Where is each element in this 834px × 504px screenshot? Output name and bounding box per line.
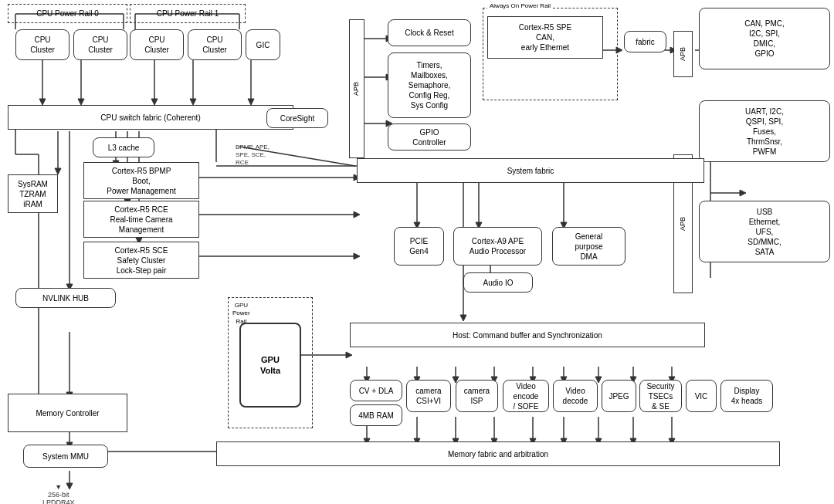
coresight-box: CoreSight [266,108,328,128]
cpu-power-rail-0-label: CPU Power Rail 0 [36,8,99,19]
vic-box: VIC [686,380,717,412]
svg-marker-116 [354,253,360,259]
svg-marker-54 [460,315,466,321]
svg-marker-113 [354,211,360,218]
cpu-cluster-1: CPU Cluster [15,29,70,60]
cortex-a9-box: Cortex-A9 APE Audio Processor [453,227,542,266]
clock-reset-box: Clock & Reset [388,19,471,46]
timers-box: Timers, Mailboxes, Semaphore, Config Reg… [388,52,471,118]
svg-marker-15 [248,99,254,105]
camera-csivi-box: camera CSI+VI [406,380,451,412]
ram-4mb-box: 4MB RAM [350,404,402,426]
system-fabric-box: System fabric [357,158,704,183]
can-pmc-box: CAN, PMC, I2C, SPI, DMIC, GPIO [699,8,830,69]
cpu-power-rail-0-box: CPU Power Rail 0 [8,4,127,23]
camera-isp-box: camera ISP [456,380,498,412]
cpu-cluster-2: CPU Cluster [73,29,127,60]
fabric-small-box: fabric [624,31,666,52]
svg-marker-19 [55,168,61,174]
gpio-controller-box: GPIO Controller [388,123,471,151]
security-tsecs-box: Security TSECs & SE [639,380,682,412]
svg-marker-56 [346,352,352,358]
svg-marker-7 [39,99,46,105]
bpmp-box: Cortex-R5 BPMP Boot, Power Management [83,162,199,199]
apb-left: APB [349,19,364,158]
bpmp-ape-label: BPMP, APE, SPE, SCE, RCE [236,143,270,166]
always-on-label: Always On Power Rail [487,2,553,10]
video-encode-box: Video encode / SOFE [503,380,549,412]
general-dma-box: General purpose DMA [552,227,626,266]
cv-dla-box: CV + DLA [350,380,402,401]
svg-marker-9 [78,99,84,105]
cpu-power-rail-1-label: CPU Power Rail 1 [157,8,219,19]
cpu-switch-fabric: CPU switch fabric (Coherent) [8,105,293,130]
rce-box: Cortex-R5 RCE Real-time Camera Managemen… [83,201,199,238]
svg-marker-13 [190,99,196,105]
diagram: CPU Power Rail 0 CPU Power Rail 1 CPU Cl… [0,0,834,504]
display-4x-box: Display 4x heads [720,380,773,412]
cortex-r5-spe-box: Cortex-R5 SPE CAN, early Ethernet [487,16,603,59]
host-command-box: Host: Command buffer and Synchronization [350,323,705,347]
sysram-box: SysRAM TZRAM iRAM [8,174,58,213]
memory-fabric-box: Memory fabric and arbitration [216,441,780,466]
svg-marker-11 [151,99,158,105]
pcie-gen4-box: PCIE Gen4 [394,227,444,266]
system-mmu-box: System MMU [23,445,108,468]
l3-cache-box: L3 cache [93,137,154,157]
always-on-power-rail-box: Always On Power Rail Cortex-R5 SPE CAN, … [483,8,618,100]
sce-box: Cortex-R5 SCE Safety Cluster Lock-Step p… [83,242,199,279]
lpddr4x-label: ▼ 256-bit LPDDR4X [42,483,75,504]
cpu-cluster-4: CPU Cluster [188,29,242,60]
usb-ethernet-box: USB Ethernet, UFS, SD/MMC, SATA [699,201,830,262]
gic-box: GIC [246,29,280,60]
gpu-volta-box: GPU Volta [239,323,301,408]
uart-i2c-box: UART, I2C, QSPI, SPI, Fuses, ThrmSnsr, P… [699,100,830,162]
jpeg-box: JPEG [602,380,636,412]
audio-io-box: Audio IO [463,272,533,293]
cpu-cluster-3: CPU Cluster [130,29,184,60]
memory-controller-box: Memory Controller [8,394,127,432]
video-decode-box: Video decode [553,380,598,412]
svg-marker-120 [740,190,746,196]
apb-right-top: APB [673,31,693,77]
cpu-power-rail-1-box: CPU Power Rail 1 [130,4,246,23]
nvlink-hub-box: NVLINK HUB [15,288,116,308]
